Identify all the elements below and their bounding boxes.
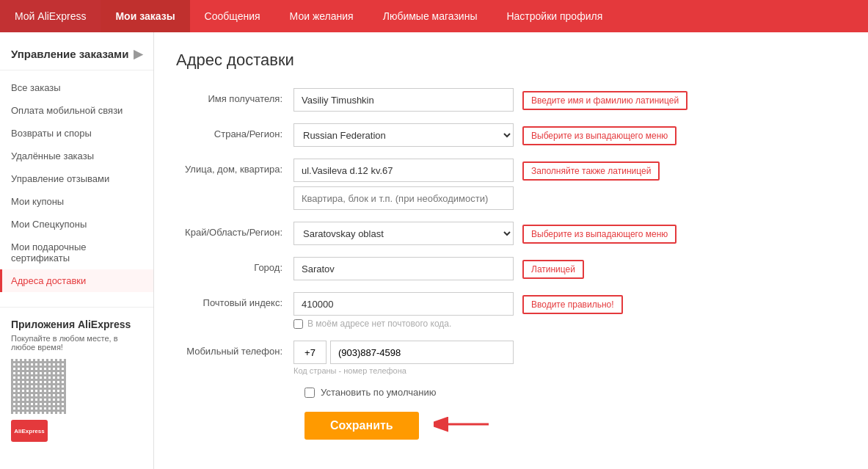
region-label: Край/Область/Регион: (176, 222, 293, 238)
phone-group (293, 341, 514, 364)
save-button[interactable]: Сохранить (304, 412, 419, 440)
sidebar-item-reviews[interactable]: Управление отзывами (0, 167, 153, 190)
page-title: Адрес доставки (176, 51, 846, 70)
name-annotation: Введите имя и фамилию латиницей (522, 91, 688, 110)
postal-field: В моём адресе нет почтового кода. (293, 292, 514, 329)
city-row: Город: Латиницей (176, 257, 846, 280)
default-checkbox-label: Установить по умолчанию (321, 387, 436, 398)
nav-item-aliexpress[interactable]: Мой AliExpress (0, 0, 101, 32)
country-label: Страна/Регион: (176, 123, 293, 139)
content-area: Адрес доставки Имя получателя: Введите и… (154, 32, 868, 469)
region-annotation: Выберите из выпадающего меню (522, 225, 676, 244)
phone-row: Мобильный телефон: Код страны - номер те… (176, 341, 846, 375)
save-section: Сохранить (304, 410, 846, 441)
sidebar-item-all-orders[interactable]: Все заказы (0, 76, 153, 99)
region-select[interactable]: Saratovskay oblast Moskovskaya oblast Sa… (293, 222, 514, 245)
postal-input[interactable] (293, 292, 514, 316)
default-checkbox[interactable] (304, 388, 315, 398)
apt-input[interactable] (293, 186, 514, 210)
nav-item-messages[interactable]: Сообщения (190, 0, 275, 32)
sidebar-item-mobile-payment[interactable]: Оплата мобильной связи (0, 99, 153, 122)
sidebar-item-coupons[interactable]: Мои купоны (0, 190, 153, 213)
phone-code-input[interactable] (293, 341, 327, 364)
sidebar-item-returns[interactable]: Возвраты и споры (0, 122, 153, 145)
region-field: Saratovskay oblast Moskovskaya oblast Sa… (293, 222, 514, 245)
default-checkbox-row: Установить по умолчанию (304, 387, 846, 398)
sidebar-item-addresses[interactable]: Адреса доставки (0, 269, 153, 292)
nav-item-stores[interactable]: Любимые магазины (368, 0, 492, 32)
region-row: Край/Область/Регион: Saratovskay oblast … (176, 222, 846, 245)
sidebar-item-special-coupons[interactable]: Мои Спецкупоны (0, 213, 153, 236)
nav-item-profile[interactable]: Настройки профиля (492, 0, 617, 32)
nav-item-wishlist[interactable]: Мои желания (275, 0, 368, 32)
aliexpress-app-logo: AliExpress (11, 420, 48, 442)
apps-subtitle: Покупайте в любом месте, в любое время! (11, 334, 142, 352)
country-annotation: Выберите из выпадающего меню (522, 126, 676, 145)
phone-label: Мобильный телефон: (176, 341, 293, 357)
street-row: Улица, дом, квартира: Заполняйте также л… (176, 159, 846, 210)
sidebar-collapse-icon[interactable]: ▶ (134, 47, 142, 61)
street-input[interactable] (293, 159, 514, 182)
apps-title: Приложения AliExpress (11, 319, 142, 330)
phone-hint: Код страны - номер телефона (293, 366, 514, 375)
name-label: Имя получателя: (176, 88, 293, 104)
no-postal-checkbox[interactable] (293, 319, 303, 329)
top-nav: Мой AliExpress Мои заказы Сообщения Мои … (0, 0, 868, 32)
nav-item-orders[interactable]: Мои заказы (101, 0, 189, 32)
street-field (293, 159, 514, 210)
sidebar-item-deleted-orders[interactable]: Удалённые заказы (0, 145, 153, 167)
postal-annotation: Вводите правильно! (522, 295, 623, 314)
postal-row: Почтовый индекс: В моём адресе нет почто… (176, 292, 846, 329)
sidebar-header-title: Управление заказами (11, 48, 128, 60)
no-postal-label: В моём адресе нет почтового кода. (307, 319, 451, 329)
main-layout: Управление заказами ▶ Все заказы Оплата … (0, 32, 868, 469)
name-row: Имя получателя: Введите имя и фамилию ла… (176, 88, 846, 112)
country-row: Страна/Регион: Russian Federation Ukrain… (176, 123, 846, 147)
city-field (293, 257, 514, 280)
country-field: Russian Federation Ukraine Belarus Kazak… (293, 123, 514, 147)
name-input[interactable] (293, 88, 514, 112)
city-annotation: Латиницей (522, 260, 584, 279)
name-field (293, 88, 514, 112)
city-label: Город: (176, 257, 293, 273)
phone-number-input[interactable] (330, 341, 514, 364)
sidebar-item-gift-cards[interactable]: Мои подарочные сертификаты (0, 236, 153, 269)
country-select[interactable]: Russian Federation Ukraine Belarus Kazak… (293, 123, 514, 147)
no-postal-row: В моём адресе нет почтового кода. (293, 319, 514, 329)
sidebar-apps-section: Приложения AliExpress Покупайте в любом … (0, 307, 153, 453)
street-label: Улица, дом, квартира: (176, 159, 293, 175)
sidebar-header: Управление заказами ▶ (0, 43, 153, 70)
sidebar: Управление заказами ▶ Все заказы Оплата … (0, 32, 154, 469)
arrow-icon (434, 410, 492, 441)
qr-code-image (11, 359, 66, 414)
street-annotation: Заполняйте также латиницей (522, 161, 660, 181)
city-input[interactable] (293, 257, 514, 280)
phone-field: Код страны - номер телефона (293, 341, 514, 375)
postal-label: Почтовый индекс: (176, 292, 293, 308)
